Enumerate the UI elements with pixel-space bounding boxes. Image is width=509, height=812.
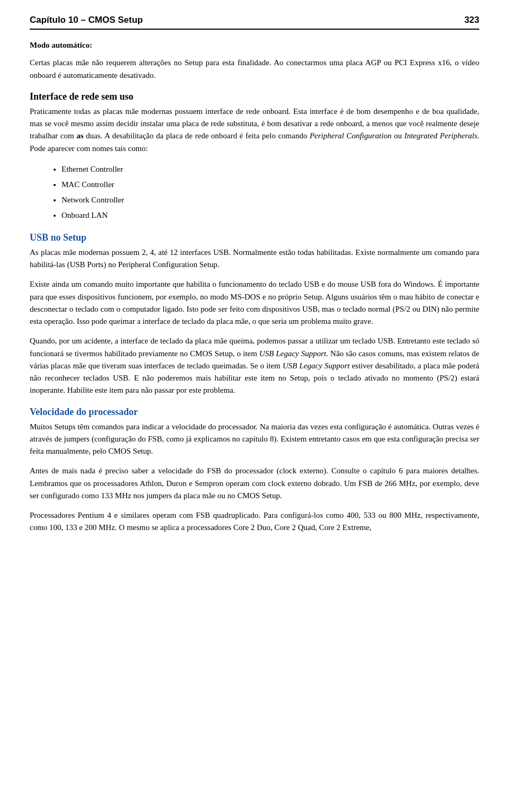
list-item-mac: MAC Controller (62, 178, 479, 192)
modo-automatico-heading: Modo automático: (30, 39, 479, 51)
interface-para1: Praticamente todas as placas mãe moderna… (30, 105, 479, 155)
usb-para1: As placas mãe modernas possuem 2, 4, até… (30, 246, 479, 271)
velocidade-heading: Velocidade do processador (30, 407, 479, 418)
interface-heading: Interface de rede sem uso (30, 91, 479, 102)
page: Capítulo 10 – CMOS Setup 323 Modo automá… (0, 0, 509, 812)
chapter-title: Capítulo 10 – CMOS Setup (30, 15, 143, 25)
usb-para2: Existe ainda um comando muito importante… (30, 278, 479, 328)
page-number: 323 (464, 15, 479, 25)
controller-list: Ethernet Controller MAC Controller Netwo… (62, 162, 479, 223)
velocidade-para2: Antes de mais nada é preciso saber a vel… (30, 465, 479, 502)
list-item-network: Network Controller (62, 193, 479, 207)
velocidade-para3: Processadores Pentium 4 e similares oper… (30, 509, 479, 534)
list-item-onboard-lan: Onboard LAN (62, 208, 479, 223)
modo-automatico-para1: Certas placas mãe não requerem alteraçõe… (30, 57, 479, 82)
usb-para3: Quando, por um acidente, a interface de … (30, 335, 479, 396)
velocidade-para1: Muitos Setups têm comandos para indicar … (30, 421, 479, 458)
page-header: Capítulo 10 – CMOS Setup 323 (30, 15, 479, 30)
list-item-ethernet: Ethernet Controller (62, 162, 479, 176)
usb-heading: USB no Setup (30, 232, 479, 243)
